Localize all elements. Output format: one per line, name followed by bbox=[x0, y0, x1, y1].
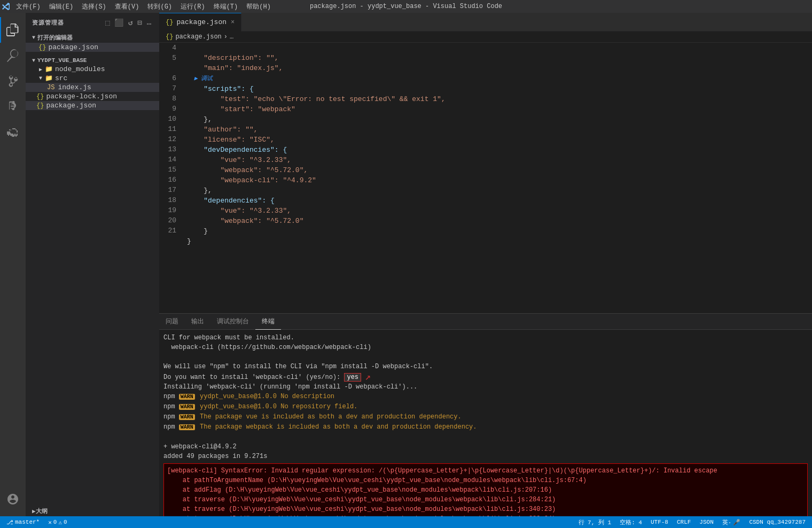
status-branch[interactable]: ⎇ master* bbox=[4, 519, 42, 526]
package-json-label: package.json bbox=[46, 102, 96, 110]
term-error-line-1: [webpack-cli] SyntaxError: Invalid regul… bbox=[167, 466, 804, 476]
activity-run-debug[interactable] bbox=[0, 94, 26, 120]
menu-run[interactable]: 运行(R) bbox=[176, 0, 209, 13]
activity-search[interactable] bbox=[0, 43, 26, 68]
status-errors[interactable]: ✕ 0 ⚠ 0 bbox=[46, 519, 69, 526]
tab-json-icon: {} bbox=[166, 19, 173, 26]
activity-extensions[interactable] bbox=[0, 120, 26, 145]
editor-content[interactable]: 4 5 6 7 8 9 10 11 12 13 14 15 16 17 18 bbox=[159, 43, 812, 313]
term-yes-answer: yes bbox=[344, 373, 361, 382]
outline-section[interactable]: ▶ 大纲 bbox=[26, 504, 159, 516]
src-folder-icon: 📁 bbox=[45, 74, 53, 82]
panel-tab-problems[interactable]: 问题 bbox=[159, 314, 185, 330]
git-branch-icon: ⎇ bbox=[6, 519, 13, 526]
status-left: ⎇ master* ✕ 0 ⚠ 0 bbox=[4, 519, 69, 526]
open-editors-label: 打开的编辑器 bbox=[37, 34, 73, 42]
term-error-block: [webpack-cli] SyntaxError: Invalid regul… bbox=[163, 463, 808, 516]
menu-help[interactable]: 帮助(H) bbox=[242, 0, 275, 13]
new-file-icon[interactable]: ⬚ bbox=[104, 17, 111, 28]
activity-source-control[interactable] bbox=[0, 68, 26, 94]
activity-bar bbox=[0, 13, 26, 516]
src-arrow: ▼ bbox=[36, 75, 45, 81]
error-icon: ✕ bbox=[48, 519, 52, 526]
menu-view[interactable]: 查看(V) bbox=[111, 0, 144, 13]
menu-select[interactable]: 选择(S) bbox=[77, 0, 111, 13]
tab-filename: package.json bbox=[176, 18, 227, 26]
file-index-js[interactable]: JS index.js bbox=[26, 83, 159, 92]
collapse-all-icon[interactable]: ⊟ bbox=[136, 17, 143, 28]
status-spaces[interactable]: 空格: 4 bbox=[618, 518, 644, 526]
breadcrumb-file[interactable]: package.json bbox=[175, 33, 221, 41]
terminal-content[interactable]: CLI for webpack must be installed. webpa… bbox=[159, 330, 812, 516]
file-package-lock-json[interactable]: {} package-lock.json bbox=[26, 92, 159, 101]
tab-close-button[interactable]: × bbox=[231, 19, 235, 26]
sidebar-actions[interactable]: ⬚ ⬛ ↺ ⊟ … bbox=[104, 17, 153, 28]
folder-src[interactable]: ▼ 📁 src bbox=[26, 74, 159, 83]
menu-edit[interactable]: 编辑(E) bbox=[45, 0, 78, 13]
term-line-yes: Do you want to install 'webpack-cli' (ye… bbox=[163, 371, 808, 382]
src-label: src bbox=[55, 74, 67, 82]
package-json-icon: {} bbox=[36, 102, 44, 110]
menu-terminal[interactable]: 终端(T) bbox=[209, 0, 243, 13]
warn-badge-4: WARN bbox=[179, 424, 195, 430]
menu-file[interactable]: 文件(F) bbox=[12, 0, 45, 13]
js-file-icon: JS bbox=[47, 84, 54, 91]
tab-package-json[interactable]: {} package.json × bbox=[159, 13, 241, 32]
encoding-label: UTF-8 bbox=[651, 519, 668, 525]
term-error-line-3: at addFlag (D:\H\yueyingWeb\Vue\vue_cesh… bbox=[167, 485, 804, 495]
ime-label: 英· bbox=[722, 518, 732, 526]
status-csdn[interactable]: CSDN qq_34297287 bbox=[747, 519, 808, 525]
file-package-json[interactable]: {} package.json bbox=[26, 101, 159, 110]
warn-badge-3: WARN bbox=[179, 414, 195, 420]
breadcrumb-icon: {} bbox=[166, 33, 173, 41]
term-line-3 bbox=[163, 352, 808, 362]
git-branch-label: master* bbox=[15, 519, 40, 525]
term-warn-2: npm WARN yydpt_vue_base@1.0.0 No reposit… bbox=[163, 402, 808, 412]
status-bar: ⎇ master* ✕ 0 ⚠ 0 行 7, 列 1 空格: 4 UTF-8 C… bbox=[0, 516, 812, 528]
language-label: JSON bbox=[699, 519, 713, 525]
open-editor-item-package-json[interactable]: {} package.json bbox=[26, 43, 159, 52]
mic-icon: 🎤 bbox=[733, 519, 740, 526]
term-line-installing: Installing 'webpack-cli' (running 'npm i… bbox=[163, 382, 808, 392]
term-line-1: CLI for webpack must be installed. bbox=[163, 333, 808, 343]
term-packages: added 49 packages in 9.271s bbox=[163, 452, 808, 461]
new-folder-icon[interactable]: ⬛ bbox=[113, 17, 125, 28]
status-eol[interactable]: CRLF bbox=[675, 519, 693, 525]
error-count: 0 bbox=[53, 519, 57, 525]
activity-account[interactable] bbox=[0, 486, 26, 512]
file-tree: ▶ 📁 node_modules ▼ 📁 src JS index.js {} … bbox=[26, 65, 159, 504]
package-lock-label: package-lock.json bbox=[46, 92, 117, 100]
open-editor-filename: package.json bbox=[48, 43, 98, 51]
project-section[interactable]: ▼ YYDPT_VUE_BASE bbox=[26, 54, 159, 65]
term-warn-1: npm WARN yydpt_vue_base@1.0.0 No descrip… bbox=[163, 392, 808, 402]
sidebar: 资源管理器 ⬚ ⬛ ↺ ⊟ … ▼ 打开的编辑器 {} package.json… bbox=[26, 13, 159, 516]
more-actions-icon[interactable]: … bbox=[146, 17, 153, 28]
panel-tab-terminal[interactable]: 终端 bbox=[255, 314, 281, 330]
json-icon: {} bbox=[38, 44, 46, 51]
title-bar: 文件(F) 编辑(E) 选择(S) 查看(V) 转到(G) 运行(R) 终端(T… bbox=[0, 0, 812, 13]
panel-tab-output[interactable]: 输出 bbox=[185, 314, 210, 330]
term-error-line-4: at traverse (D:\H\yueyingWeb\Vue\vue_ces… bbox=[167, 495, 804, 504]
status-position[interactable]: 行 7, 列 1 bbox=[576, 518, 614, 526]
term-warn-4: npm WARN The package webpack is included… bbox=[163, 422, 808, 432]
status-ime[interactable]: 英· 🎤 bbox=[720, 518, 743, 526]
refresh-icon[interactable]: ↺ bbox=[127, 17, 134, 28]
window-title: package.json - yydpt_vue_base - Visual S… bbox=[310, 3, 502, 10]
warn-badge-1: WARN bbox=[179, 394, 195, 400]
warning-count: 0 bbox=[64, 519, 67, 525]
code-editor[interactable]: "description": "", "main": "index.js", ▶… bbox=[183, 43, 812, 313]
status-right: 行 7, 列 1 空格: 4 UTF-8 CRLF JSON 英· 🎤 CSDN… bbox=[576, 518, 808, 526]
open-editors-section[interactable]: ▼ 打开的编辑器 bbox=[26, 30, 159, 43]
panel-tab-debug-console[interactable]: 调试控制台 bbox=[210, 314, 255, 330]
vscode-logo bbox=[0, 0, 12, 13]
status-encoding[interactable]: UTF-8 bbox=[649, 519, 670, 525]
folder-node-modules[interactable]: ▶ 📁 node_modules bbox=[26, 65, 159, 74]
term-warn-3: npm WARN The package vue is included as … bbox=[163, 412, 808, 422]
activity-explorer[interactable] bbox=[0, 17, 26, 43]
project-name: YYDPT_VUE_BASE bbox=[37, 57, 87, 64]
menu-goto[interactable]: 转到(G) bbox=[143, 0, 176, 13]
status-language[interactable]: JSON bbox=[697, 519, 715, 525]
package-lock-icon: {} bbox=[36, 93, 44, 100]
sidebar-title: 资源管理器 bbox=[32, 19, 64, 27]
menu-bar[interactable]: 文件(F) 编辑(E) 选择(S) 查看(V) 转到(G) 运行(R) 终端(T… bbox=[12, 0, 275, 13]
